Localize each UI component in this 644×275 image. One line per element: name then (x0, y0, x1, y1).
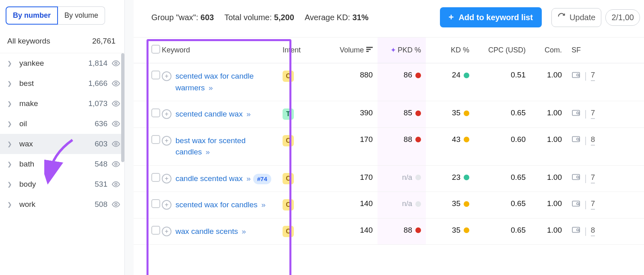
intent-badge: C (283, 199, 294, 210)
stats: Group "wax": 603 Total volume: 5,200 Ave… (151, 13, 430, 22)
sf-cell[interactable]: |8 (572, 135, 639, 146)
kd-cell: 35 (426, 101, 474, 128)
toggle-by-volume[interactable]: By volume (58, 6, 105, 25)
row-checkbox[interactable] (151, 108, 160, 117)
pkd-cell: n/a (378, 192, 426, 219)
row-checkbox[interactable] (151, 199, 160, 208)
group-name: best (19, 79, 88, 88)
col-com[interactable]: Com. (530, 38, 567, 63)
stat-avg-kd: Average KD: 31% (305, 13, 369, 22)
expand-icon[interactable]: + (162, 227, 171, 236)
expand-icon[interactable]: + (162, 136, 171, 146)
chevrons-right-icon: » (206, 148, 209, 156)
serp-icon (572, 109, 580, 119)
kd-cell: 23 (426, 165, 474, 192)
sidebar-item-yankee[interactable]: ❯yankee1,814 (0, 53, 124, 73)
table-row: +scented wax for candle warmers »C880862… (134, 63, 644, 101)
chevrons-right-icon: » (261, 200, 265, 209)
col-keyword[interactable]: Keyword (157, 38, 278, 63)
all-keywords-row[interactable]: All keywords 26,761 (0, 29, 124, 53)
table-row: +wax candle scents »C14088350.651.00|8 (134, 218, 644, 245)
eye-icon[interactable] (111, 119, 120, 128)
col-cpc[interactable]: CPC (USD) (474, 38, 530, 63)
com-cell: 1.00 (530, 101, 567, 128)
row-checkbox[interactable] (151, 173, 160, 182)
volume-cell: 140 (309, 192, 378, 219)
expand-icon[interactable]: + (162, 174, 171, 183)
eye-icon[interactable] (111, 79, 120, 88)
col-pkd[interactable]: ✦PKD % (378, 38, 426, 63)
svg-point-4 (115, 143, 117, 145)
sidebar-item-work[interactable]: ❯work508 (0, 194, 124, 215)
col-intent[interactable]: Intent (278, 38, 309, 63)
sf-cell[interactable]: |7 (572, 173, 639, 183)
sf-cell[interactable]: |7 (572, 199, 639, 210)
svg-point-0 (115, 62, 117, 65)
chevrons-right-icon: » (208, 83, 212, 92)
chevron-right-icon: ❯ (7, 121, 12, 127)
row-checkbox[interactable] (151, 71, 160, 79)
pkd-cell: 86 (378, 63, 426, 101)
sidebar-scrollbar[interactable] (121, 53, 124, 162)
keyword-link[interactable]: scented wax for candles » (175, 199, 265, 211)
com-cell: 1.00 (530, 165, 567, 192)
cpc-cell: 0.65 (474, 192, 530, 219)
sf-cell[interactable]: |7 (572, 108, 639, 119)
add-to-keyword-list-button[interactable]: + Add to keyword list (440, 7, 542, 27)
serp-icon (572, 71, 580, 81)
update-control: Update 2/1,00 (551, 8, 640, 27)
table-row: +best wax for scented candles »C17088430… (134, 127, 644, 165)
sidebar-item-bath[interactable]: ❯bath548 (0, 154, 124, 174)
eye-icon[interactable] (111, 200, 120, 209)
table-row: +scented wax for candles »C140n/a350.651… (134, 192, 644, 219)
svg-point-6 (115, 183, 117, 185)
row-checkbox[interactable] (151, 135, 160, 144)
keyword-link[interactable]: wax candle scents » (175, 226, 245, 237)
all-keywords-count: 26,761 (92, 37, 116, 46)
topbar: Group "wax": 603 Total volume: 5,200 Ave… (134, 0, 644, 38)
toggle-by-number[interactable]: By number (6, 6, 58, 25)
select-all-checkbox[interactable] (151, 45, 160, 54)
cpc-cell: 0.65 (474, 165, 530, 192)
expand-icon[interactable]: + (162, 71, 171, 81)
pkd-cell: 88 (378, 127, 426, 165)
intent-badge: C (283, 173, 294, 184)
kd-cell: 43 (426, 127, 474, 165)
expand-icon[interactable]: + (162, 200, 171, 210)
group-count: 548 (95, 160, 107, 169)
keyword-link[interactable]: scented candle wax » (175, 108, 250, 120)
group-name: yankee (19, 59, 88, 68)
eye-icon[interactable] (111, 180, 120, 189)
sidebar-item-make[interactable]: ❯make1,073 (0, 94, 124, 114)
sidebar-item-best[interactable]: ❯best1,666 (0, 73, 124, 94)
group-count: 1,666 (88, 79, 107, 88)
chevron-right-icon: ❯ (7, 201, 12, 208)
sidebar-item-oil[interactable]: ❯oil636 (0, 114, 124, 134)
sidebar-item-body[interactable]: ❯body531 (0, 174, 124, 194)
eye-icon[interactable] (111, 140, 120, 148)
group-count: 603 (95, 140, 107, 148)
serp-icon (572, 200, 580, 209)
sort-toggle-group: By number By volume (0, 0, 124, 29)
cpc-cell: 0.51 (474, 63, 530, 101)
keyword-link[interactable]: scented wax for candle warmers » (175, 71, 273, 94)
plus-icon: + (449, 12, 454, 23)
eye-icon[interactable] (111, 99, 120, 108)
eye-icon[interactable] (111, 160, 120, 169)
col-volume[interactable]: Volume (309, 38, 378, 63)
col-kd[interactable]: KD % (426, 38, 474, 63)
sf-cell[interactable]: |7 (572, 71, 639, 81)
update-button[interactable]: Update (551, 8, 602, 27)
chevrons-right-icon: » (242, 227, 246, 235)
col-sf[interactable]: SF (567, 38, 644, 63)
chevron-right-icon: ❯ (7, 100, 12, 107)
keyword-link[interactable]: best wax for scented candles » (175, 135, 273, 158)
keyword-link[interactable]: candle scented wax »#74 (175, 173, 271, 185)
keyword-group-list: ❯yankee1,814❯best1,666❯make1,073❯oil636❯… (0, 53, 124, 275)
group-name: work (19, 200, 95, 209)
row-checkbox[interactable] (151, 226, 160, 235)
expand-icon[interactable]: + (162, 109, 171, 119)
eye-icon[interactable] (111, 59, 120, 68)
sidebar-item-wax[interactable]: ❯wax603 (0, 134, 124, 154)
sf-cell[interactable]: |8 (572, 226, 639, 236)
